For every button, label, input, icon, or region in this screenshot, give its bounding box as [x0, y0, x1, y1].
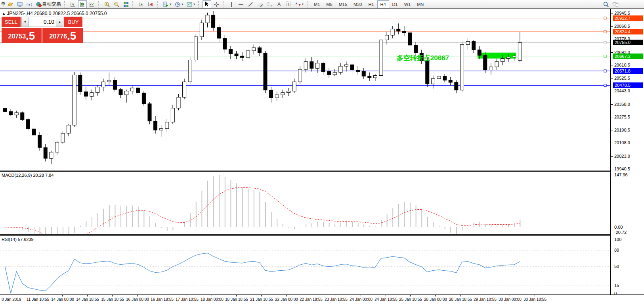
chart-shift-button[interactable] — [146, 0, 155, 8]
clock-icon — [174, 1, 181, 8]
time-axis-label: 24 Jan 00:00 — [350, 297, 373, 302]
dropdown-caret-icon: ▾ — [182, 2, 183, 6]
chart-symbol: JPN225-,H4 — [7, 11, 32, 16]
sell-button[interactable]: SELL — [2, 17, 21, 27]
search-button[interactable] — [602, 0, 610, 8]
price-tick-label: 20275.5 — [614, 115, 630, 119]
timeframe-w1[interactable]: W1 — [401, 0, 414, 8]
equidistant-channel-tool-button[interactable]: E — [256, 0, 264, 8]
timeframe-d1[interactable]: D1 — [389, 0, 401, 8]
time-axis-label: 23 Jan 10:55 — [325, 297, 348, 302]
volume-input[interactable] — [29, 17, 56, 27]
price-level-badge: 20571.8 — [613, 68, 643, 74]
line-chart-mode-button[interactable] — [88, 0, 96, 8]
volume-decrease-button[interactable]: ▼ — [21, 17, 29, 27]
sell-price-display[interactable]: 20753 .5 — [2, 28, 42, 43]
chat-button[interactable] — [611, 0, 621, 8]
price-chart-pane[interactable]: 多空转折点20667 ▲ JPN225-,H4 20680.0 20822.5 … — [0, 9, 610, 170]
new-order-icon — [7, 1, 13, 8]
time-axis-tick — [112, 295, 113, 296]
price-tick-label: 20358.0 — [614, 102, 630, 107]
macd-chart — [0, 172, 610, 234]
timeframe-m1[interactable]: M1 — [311, 0, 323, 8]
zoom-out-icon — [113, 1, 120, 8]
time-axis-tick — [386, 295, 386, 296]
trendline-tool-button[interactable] — [246, 0, 255, 8]
candle-chart-mode-button[interactable] — [78, 0, 87, 8]
crosshair-tool-button[interactable] — [212, 0, 221, 8]
time-axis-tick — [137, 295, 138, 296]
periods-button[interactable]: ▾ — [173, 0, 184, 8]
time-axis-label: 11 Jan 10:55 — [27, 297, 49, 302]
timeframe-m15[interactable]: M15 — [336, 0, 350, 8]
text-a-icon: A — [277, 1, 281, 7]
text-tool-button[interactable]: A — [275, 0, 283, 8]
order-menu-label[interactable]: 单 — [1, 1, 6, 8]
time-axis-tick — [212, 295, 212, 296]
dropdown-caret-icon: ▾ — [193, 2, 195, 6]
time-axis-tick — [535, 295, 535, 296]
rsi-label: RSI(14) 57.6239 — [2, 237, 34, 242]
axis-tick — [611, 117, 613, 117]
price-tick-label: 20860.5 — [614, 24, 630, 29]
cursor-tool-button[interactable] — [203, 0, 211, 8]
timeframe-h1[interactable]: H1 — [365, 0, 377, 8]
axis-tick — [611, 26, 613, 27]
candlestick-chart[interactable]: 多空转折点20667 — [0, 9, 610, 170]
buy-button[interactable]: BUY — [63, 17, 82, 27]
signal-icon — [26, 1, 32, 8]
rsi-axis-label: 100 — [614, 237, 621, 242]
price-tick-label: 20610.5 — [614, 63, 630, 67]
indicators-button[interactable]: ▾ — [161, 0, 172, 8]
axis-tick — [611, 13, 613, 13]
time-axis-tick — [286, 295, 287, 296]
terminal-button[interactable] — [15, 0, 24, 8]
auto-scroll-button[interactable] — [137, 0, 145, 8]
arrow-objects-button[interactable]: ▾ — [294, 0, 305, 8]
zoom-in-button[interactable] — [103, 0, 111, 8]
time-axis-tick — [435, 295, 436, 296]
time-axis-tick — [361, 295, 361, 296]
horizontal-line-tool-button[interactable] — [237, 0, 245, 8]
vertical-line-tool-button[interactable] — [227, 0, 236, 8]
crosshair-icon — [213, 1, 220, 8]
new-order-button[interactable] — [6, 0, 15, 8]
volume-increase-button[interactable]: ▲ — [56, 17, 63, 27]
time-axis[interactable]: 0 Jan 201911 Jan 10:5514 Jan 00:0014 Jan… — [0, 294, 644, 304]
rsi-chart — [0, 236, 610, 294]
price-axis[interactable]: 20945.520860.520778.020693.020610.520525… — [611, 9, 644, 294]
fibonacci-tool-button[interactable]: F — [265, 0, 274, 8]
macd-indicator-pane[interactable]: MACD(12,26,9) 20.28 7.84 — [0, 172, 610, 234]
rsi-axis-label: 15 — [614, 283, 619, 288]
buy-price-display[interactable]: 20776 .5 — [42, 28, 83, 43]
toolbar-separator — [98, 1, 101, 8]
sell-price-fraction: .5 — [26, 31, 35, 42]
time-axis-label: 14 Jan 18:55 — [76, 297, 99, 302]
time-axis-tick — [510, 295, 510, 296]
collapse-marker-icon[interactable]: ▲ — [2, 11, 6, 15]
toolbar-separator — [132, 1, 135, 8]
zoom-out-button[interactable] — [112, 0, 121, 8]
axis-tick — [611, 130, 613, 130]
timeframe-m5[interactable]: M5 — [323, 0, 335, 8]
price-tick-label: 20525.5 — [614, 76, 630, 80]
text-label-tool-button[interactable]: T — [284, 0, 293, 8]
time-axis-tick — [460, 295, 461, 296]
time-axis-label: 30 Jan 18:55 — [524, 297, 547, 302]
autotrade-button[interactable]: 自动交易 — [34, 0, 62, 8]
time-axis-label: 16 Jan 18:55 — [151, 297, 174, 302]
tile-windows-button[interactable] — [122, 0, 130, 8]
templates-button[interactable]: ▾ — [185, 0, 196, 8]
timeframe-m30[interactable]: M30 — [350, 0, 365, 8]
svg-text:F: F — [271, 4, 272, 7]
time-axis-label: 16 Jan 00:00 — [126, 297, 149, 302]
macd-axis-min: -20.72 — [614, 230, 627, 235]
timeframe-h4[interactable]: H4 — [377, 0, 389, 8]
signal-button[interactable] — [25, 0, 34, 8]
bar-chart-mode-button[interactable] — [69, 0, 77, 8]
timeframe-toolbar: M1M5M15M30H1H4D1W1MN — [311, 0, 427, 8]
rsi-axis-label: 50 — [614, 264, 619, 269]
timeframe-mn[interactable]: MN — [414, 0, 427, 8]
rsi-indicator-pane[interactable]: RSI(14) 57.6239 — [0, 236, 610, 294]
search-icon — [603, 1, 609, 8]
